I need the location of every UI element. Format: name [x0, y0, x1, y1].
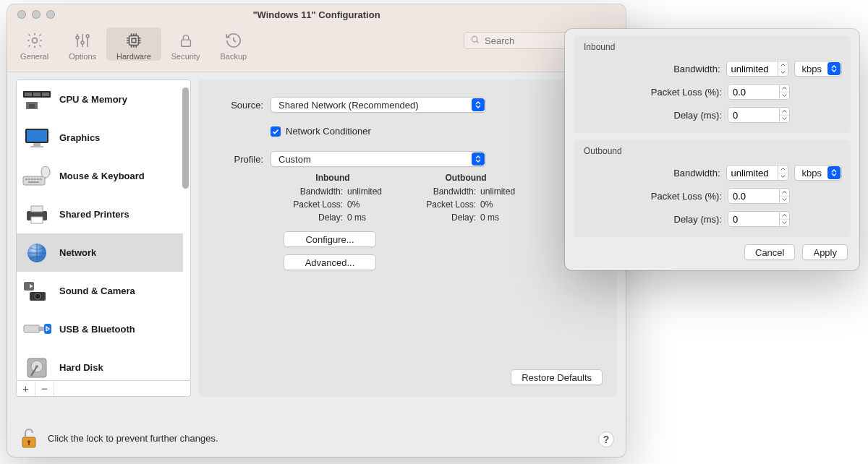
toolbar-backup[interactable]: Backup: [210, 27, 258, 61]
toolbar-security[interactable]: Security: [161, 27, 210, 61]
inbound-bw-unit[interactable]: kbps: [794, 61, 842, 77]
search-icon: [470, 35, 480, 47]
outbound-bw-unit[interactable]: kbps: [794, 165, 842, 181]
profile-popup[interactable]: Custom: [271, 151, 486, 167]
outbound-pl-stepper[interactable]: [728, 188, 790, 204]
chevron-updown-icon: [827, 166, 841, 179]
restore-defaults-button[interactable]: Restore Defaults: [511, 369, 603, 385]
svg-rect-36: [44, 324, 51, 334]
outbound-title: Outbound: [584, 146, 842, 156]
stepper-buttons[interactable]: [780, 84, 790, 100]
stepper-buttons[interactable]: [778, 61, 788, 77]
inbound-packetloss-row: Packet Loss (%):: [582, 84, 842, 100]
add-button[interactable]: +: [17, 381, 35, 396]
stepper-buttons[interactable]: [780, 211, 790, 227]
outbound-delay-row: Delay (ms):: [582, 211, 842, 227]
inbound-summary: Inbound Bandwidth:unlimited Packet Loss:…: [284, 173, 382, 224]
svg-rect-11: [42, 93, 49, 96]
stepper-buttons[interactable]: [780, 107, 790, 123]
profile-summary: Inbound Bandwidth:unlimited Packet Loss:…: [284, 173, 603, 224]
sidebar-item-label: Shared Printers: [59, 209, 129, 220]
inbound-bandwidth-row: Bandwidth: kbps: [582, 61, 842, 77]
outbound-group: Outbound Bandwidth: kbps Packet Loss (%)…: [574, 140, 851, 237]
lock-text: Click the lock to prevent further change…: [48, 433, 218, 444]
chevron-up-icon: [780, 212, 789, 220]
source-row: Source: Shared Network (Recommended): [213, 97, 603, 113]
toolbar-label: Security: [171, 52, 200, 61]
inbound-bw-input[interactable]: [726, 61, 778, 77]
svg-point-1: [76, 36, 79, 39]
sidebar-item-network[interactable]: Network: [17, 233, 183, 272]
sidebar-item-shared-printers[interactable]: Shared Printers: [17, 195, 183, 233]
source-popup[interactable]: Shared Network (Recommended): [271, 97, 486, 113]
apply-button[interactable]: Apply: [802, 244, 848, 260]
outbound-bw-stepper[interactable]: [726, 165, 788, 181]
checkbox-checked-icon: [271, 126, 281, 137]
unlocked-icon[interactable]: [19, 428, 39, 448]
remove-button[interactable]: −: [35, 381, 54, 396]
chevron-up-icon: [780, 108, 789, 116]
toolbar-options[interactable]: Options: [59, 27, 106, 61]
svg-rect-15: [27, 130, 47, 142]
svg-rect-10: [33, 93, 41, 96]
stepper-buttons[interactable]: [778, 165, 788, 181]
outbound-delay-input[interactable]: [728, 211, 780, 227]
inbound-bw-stepper[interactable]: [726, 61, 788, 77]
zoom-button[interactable]: [46, 10, 55, 19]
chevron-down-icon: [780, 93, 789, 100]
globe-icon: [21, 241, 53, 265]
configure-button[interactable]: Configure...: [284, 231, 376, 247]
toolbar-general[interactable]: General: [10, 27, 59, 61]
sidebar-item-cpu-memory[interactable]: CPU & Memory: [17, 80, 183, 119]
inbound-heading: Inbound: [284, 173, 382, 183]
stepper-buttons[interactable]: [780, 188, 790, 204]
svg-rect-4: [129, 36, 138, 46]
close-button[interactable]: [17, 10, 26, 19]
cancel-button[interactable]: Cancel: [744, 244, 795, 260]
outbound-delay-stepper[interactable]: [728, 211, 790, 227]
svg-rect-9: [25, 93, 32, 96]
sidebar-item-graphics[interactable]: Graphics: [17, 119, 183, 157]
inbound-group: Inbound Bandwidth: kbps Packet Loss (%):…: [574, 36, 851, 133]
minimize-button[interactable]: [32, 10, 41, 19]
outbound-pl-input[interactable]: [728, 188, 780, 204]
sidebar-item-sound-camera[interactable]: Sound & Camera: [17, 272, 183, 310]
cpu-memory-icon: [21, 87, 53, 112]
sidebar-scrollbar[interactable]: [182, 87, 189, 189]
inbound-delay-stepper[interactable]: [728, 107, 790, 123]
sidebar-item-hard-disk[interactable]: Hard Disk: [17, 348, 183, 380]
sidebar-item-label: CPU & Memory: [59, 94, 127, 105]
conditioner-config-panel: Inbound Bandwidth: kbps Packet Loss (%):…: [565, 29, 859, 270]
inbound-pl-input[interactable]: [728, 84, 780, 100]
toolbar-label: General: [20, 52, 48, 61]
sidebar-item-label: Sound & Camera: [59, 285, 135, 296]
inbound-delay-input[interactable]: [728, 107, 780, 123]
window-title: "Windows 11" Configuration: [7, 9, 626, 20]
svg-rect-16: [33, 143, 41, 146]
inbound-pl-stepper[interactable]: [728, 84, 790, 100]
content: CPU & Memory Graphics Mouse & Keyboard: [7, 72, 626, 401]
sidebar-wrap: CPU & Memory Graphics Mouse & Keyboard: [16, 80, 191, 397]
profile-value: Custom: [278, 154, 466, 165]
chevron-up-icon: [778, 166, 788, 173]
usb-bluetooth-icon: [21, 317, 53, 342]
chevron-updown-icon: [472, 98, 485, 111]
sidebar-item-usb-bluetooth[interactable]: USB & Bluetooth: [17, 310, 183, 348]
svg-rect-13: [29, 104, 35, 108]
sidebar-item-label: USB & Bluetooth: [59, 324, 135, 335]
outbound-summary: Outbound Bandwidth:unlimited Packet Loss…: [417, 173, 515, 224]
outbound-bw-input[interactable]: [726, 165, 778, 181]
sidebar-addremove: + −: [16, 381, 191, 397]
advanced-button[interactable]: Advanced...: [284, 254, 376, 270]
help-button[interactable]: ?: [598, 431, 614, 447]
sidebar-item-mouse-keyboard[interactable]: Mouse & Keyboard: [17, 157, 183, 195]
svg-rect-19: [25, 179, 27, 180]
monitor-icon: [21, 126, 53, 150]
conditioner-checkbox[interactable]: Network Conditioner: [271, 126, 371, 137]
toolbar-hardware[interactable]: Hardware: [106, 27, 161, 61]
svg-point-0: [32, 38, 37, 43]
profile-row: Profile: Custom: [213, 151, 603, 167]
sidebar-item-label: Network: [59, 247, 96, 258]
sliders-icon: [73, 30, 92, 51]
chevron-down-icon: [780, 197, 789, 204]
